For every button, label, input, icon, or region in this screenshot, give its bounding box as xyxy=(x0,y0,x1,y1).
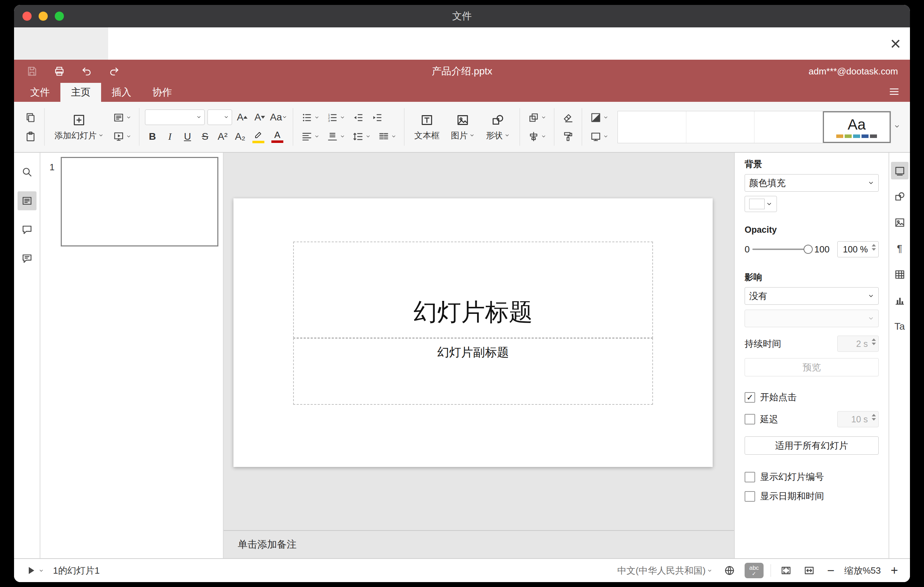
increase-font-button[interactable]: A xyxy=(235,110,249,125)
decrease-font-button[interactable]: A xyxy=(252,110,267,125)
shape-settings-button[interactable] xyxy=(891,188,909,205)
preview-button[interactable]: 预览 xyxy=(744,358,879,376)
start-on-click-checkbox[interactable]: ✓ xyxy=(744,392,755,403)
numbering-button[interactable] xyxy=(324,110,347,125)
clear-style-button[interactable] xyxy=(560,110,576,125)
change-case-button[interactable]: Aa xyxy=(270,110,287,125)
delay-input[interactable]: 10 s xyxy=(837,411,879,427)
save-button[interactable] xyxy=(26,65,38,77)
align-shape-button[interactable] xyxy=(526,129,548,144)
background-fill-select[interactable]: 颜色填充 xyxy=(744,174,879,192)
opacity-slider[interactable] xyxy=(752,249,811,250)
change-layout-button[interactable] xyxy=(111,110,134,125)
bold-label: B xyxy=(149,131,156,142)
table-settings-button[interactable] xyxy=(891,266,909,283)
font-size-combo[interactable] xyxy=(208,110,232,125)
opacity-spinner[interactable] xyxy=(872,244,876,251)
insert-textbox-button[interactable]: 文本框 xyxy=(410,112,444,143)
duration-spinner[interactable] xyxy=(872,338,876,345)
hamburger-menu-icon[interactable] xyxy=(888,86,900,99)
zoom-in-button[interactable]: + xyxy=(888,564,901,577)
add-slide-button[interactable]: 添加幻灯片 xyxy=(50,112,108,143)
language-selector[interactable]: 中文(中华人民共和国) xyxy=(615,563,714,579)
window-close-button[interactable] xyxy=(23,12,31,21)
notes-area[interactable]: 单击添加备注 xyxy=(224,530,734,558)
strikethrough-button[interactable]: S xyxy=(198,129,213,144)
underline-button[interactable]: U xyxy=(180,129,195,144)
document-title: 产品介绍.pptx xyxy=(14,64,910,78)
slide-settings-button[interactable] xyxy=(891,162,909,180)
title-placeholder[interactable]: 幻灯片标题 xyxy=(293,242,653,338)
chart-settings-button[interactable] xyxy=(891,292,909,309)
window-zoom-button[interactable] xyxy=(55,12,64,21)
slide[interactable]: 幻灯片标题 幻灯片副标题 xyxy=(233,198,713,467)
bold-button[interactable]: B xyxy=(145,129,160,144)
opacity-input[interactable]: 100 % xyxy=(837,241,879,257)
opacity-slider-knob[interactable] xyxy=(804,245,813,254)
font-color-button[interactable]: A xyxy=(269,129,285,144)
delay-checkbox[interactable] xyxy=(744,414,755,424)
start-slideshow-status-button[interactable] xyxy=(23,563,46,578)
paragraph-settings-button[interactable]: ¶ xyxy=(891,240,909,257)
close-icon[interactable]: × xyxy=(890,35,901,53)
spinner-up-icon xyxy=(872,414,876,416)
chat-button[interactable] xyxy=(18,249,36,268)
start-slideshow-button[interactable] xyxy=(111,129,134,144)
zoom-out-button[interactable]: − xyxy=(824,564,837,577)
window-minimize-button[interactable] xyxy=(39,12,48,21)
apply-to-all-button[interactable]: 适用于所有幻灯片 xyxy=(744,436,879,455)
arrange-shape-button[interactable] xyxy=(526,110,548,125)
show-date-time-checkbox[interactable] xyxy=(744,491,755,502)
copy-style-button[interactable] xyxy=(560,129,576,144)
bullets-button[interactable] xyxy=(299,110,322,125)
paste-button[interactable] xyxy=(23,129,39,144)
increase-indent-button[interactable] xyxy=(369,110,385,125)
insert-shape-button[interactable]: 形状 xyxy=(482,112,514,143)
fit-slide-button[interactable] xyxy=(778,563,794,578)
effect-type-select[interactable] xyxy=(744,310,879,327)
theme-option-3[interactable] xyxy=(754,111,823,143)
spellcheck-button[interactable]: abc ✓ xyxy=(744,563,764,578)
decrease-indent-button[interactable] xyxy=(350,110,366,125)
effect-select[interactable]: 没有 xyxy=(744,287,879,305)
columns-button[interactable] xyxy=(376,129,398,144)
color-scheme-button[interactable] xyxy=(588,110,610,125)
tab-insert[interactable]: 插入 xyxy=(101,83,142,102)
slide-size-button[interactable] xyxy=(588,129,610,144)
slide-thumbnail[interactable] xyxy=(61,157,218,246)
set-language-button[interactable] xyxy=(721,563,738,578)
subscript-button[interactable]: A₂ xyxy=(233,129,248,144)
theme-gallery-expand-button[interactable] xyxy=(891,120,903,134)
delay-spinner[interactable] xyxy=(872,414,876,420)
theme-option-selected[interactable]: Aa xyxy=(823,111,891,143)
comments-button[interactable] xyxy=(18,220,36,239)
fill-color-picker[interactable] xyxy=(744,196,777,212)
highlight-color-button[interactable] xyxy=(250,129,266,145)
horizontal-align-button[interactable] xyxy=(299,129,322,144)
superscript-button[interactable]: A² xyxy=(215,129,230,144)
copy-button[interactable] xyxy=(23,110,39,125)
textart-settings-button[interactable]: Ta xyxy=(891,318,909,335)
slides-panel-button[interactable] xyxy=(18,191,36,210)
image-settings-button[interactable] xyxy=(891,214,909,231)
slide-canvas[interactable]: 幻灯片标题 幻灯片副标题 xyxy=(224,153,734,530)
subtitle-placeholder[interactable]: 幻灯片副标题 xyxy=(293,338,653,405)
vertical-align-button[interactable] xyxy=(324,129,347,144)
fit-width-button[interactable] xyxy=(801,563,817,578)
search-button[interactable] xyxy=(18,163,36,181)
print-button[interactable] xyxy=(53,65,65,77)
tab-file[interactable]: 文件 xyxy=(20,83,60,102)
theme-option-2[interactable] xyxy=(686,111,754,143)
duration-input[interactable]: 2 s xyxy=(837,336,879,352)
show-slide-number-checkbox[interactable] xyxy=(744,472,755,482)
line-spacing-button[interactable] xyxy=(350,129,373,144)
tab-collaboration[interactable]: 协作 xyxy=(142,83,183,102)
insert-image-button[interactable]: 图片 xyxy=(447,112,479,143)
redo-button[interactable] xyxy=(108,65,120,77)
theme-option-1[interactable] xyxy=(618,111,686,143)
font-name-combo[interactable] xyxy=(145,110,205,125)
italic-button[interactable]: I xyxy=(163,129,177,144)
show-slide-number-row: 显示幻灯片编号 xyxy=(744,471,879,483)
undo-button[interactable] xyxy=(81,65,93,77)
tab-home[interactable]: 主页 xyxy=(60,83,101,102)
